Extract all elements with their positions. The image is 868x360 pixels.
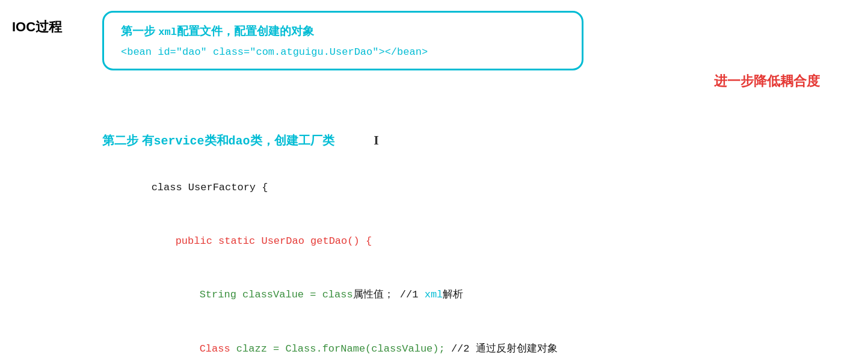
code-class-keyword-1: class <box>152 182 188 193</box>
step2-middle: 类和 <box>205 134 229 147</box>
code-block: class UserFactory { public static UserDa… <box>102 161 558 360</box>
step2-title: 第二步 有service类和dao类，创建工厂类 I <box>102 132 558 149</box>
step2-prefix: 第二步 有 <box>102 134 154 147</box>
step1-xml-keyword: xml <box>158 26 177 38</box>
code-comment-1: //1 <box>394 289 425 300</box>
step2-area: 第二步 有service类和dao类，创建工厂类 I class UserFac… <box>102 132 558 360</box>
ioc-label: IOC过程 <box>12 18 62 36</box>
step2-suffix: 类，创建工厂类 <box>250 134 334 147</box>
step1-title: 第一步 xml配置文件，配置创建的对象 <box>121 23 565 39</box>
code-xml-ref: xml <box>425 289 443 300</box>
code-line-4: Class clazz = Class.forName(classValue);… <box>150 322 558 360</box>
text-cursor: I <box>374 132 379 147</box>
code-attr-text: 属性值； <box>353 289 394 300</box>
step1-bean-code: <bean id="dao" class="com.atguigu.UserDa… <box>121 46 565 58</box>
code-comment-2: //2 通过反射创建对象 <box>445 343 558 355</box>
code-class-word: Class <box>200 343 236 355</box>
code-class-name: UserFactory { <box>188 182 268 193</box>
code-line-2: public static UserDao getDao() { <box>126 214 558 268</box>
code-parse-text: 解析 <box>443 289 463 300</box>
step2-service: service <box>154 134 205 148</box>
step1-prefix: 第一步 <box>121 25 158 37</box>
code-clazz-assign: clazz = Class.forName(classValue); <box>236 343 445 355</box>
page-container: IOC过程 第一步 xml配置文件，配置创建的对象 <bean id="dao"… <box>0 0 868 360</box>
further-reduce-label: 进一步降低耦合度 <box>714 72 820 90</box>
code-line-1: class UserFactory { <box>102 161 558 214</box>
step2-dao: dao <box>229 134 250 148</box>
step1-suffix: 配置文件，配置创建的对象 <box>177 25 314 37</box>
code-public: public static UserDao getDao() { <box>176 235 372 247</box>
step1-box: 第一步 xml配置文件，配置创建的对象 <bean id="dao" class… <box>102 11 583 70</box>
code-string-classvalue: String classValue = class <box>200 289 353 300</box>
code-line-3: String classValue = class属性值； //1 xml解析 <box>150 268 558 322</box>
